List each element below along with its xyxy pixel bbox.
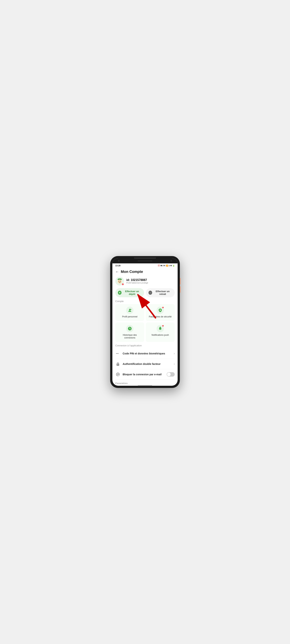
grid-item-securite[interactable]: Paramètres de sécurité — [146, 304, 175, 321]
2fa-label: Authentification double facteur — [123, 362, 172, 366]
withdraw-label: Effectuer un retrait — [153, 290, 172, 296]
lte-icon: LTE — [162, 265, 165, 266]
compte-section-label: Compte — [112, 299, 178, 304]
time: 13:28 — [115, 264, 120, 267]
camera-dot-right — [170, 260, 172, 262]
profile-status: Profil faiblement protégé — [126, 282, 148, 284]
svg-rect-13 — [160, 330, 161, 330]
status-icons: ⏰ ✱ LTE 📶 1:48 🔋 — [158, 265, 175, 267]
securite-label: Paramètres de sécurité — [149, 316, 172, 318]
volume-up-button[interactable] — [180, 278, 181, 284]
svg-point-16 — [117, 353, 118, 354]
pin-label: Code PIN et données biométriques — [123, 352, 172, 355]
email-block-toggle[interactable] — [167, 372, 175, 376]
svg-point-21 — [117, 374, 118, 375]
screen-wrapper: ← Mon Compte — [112, 268, 178, 386]
camera-area — [112, 258, 178, 264]
phone-screen: 13:28 ⏰ ✱ LTE 📶 1:48 🔋 — [112, 258, 178, 386]
parametres-section-label: Paramètres — [112, 380, 178, 386]
svg-point-7 — [120, 281, 121, 282]
2fa-chevron: › — [174, 362, 175, 366]
profil-icon — [126, 306, 133, 314]
svg-point-6 — [119, 281, 119, 282]
account-grid: Profil personnel Paramètres de sécurité — [112, 304, 178, 344]
pin-icon — [115, 351, 120, 356]
withdraw-icon: → — [148, 291, 152, 295]
securite-icon — [157, 306, 164, 314]
email-block-label: Bloquer la connexion par e-mail — [123, 373, 164, 376]
svg-point-17 — [118, 353, 119, 354]
battery-icon: 🔋 — [172, 265, 175, 267]
deposit-icon: + — [118, 291, 122, 295]
notifications-icon — [157, 325, 164, 332]
grid-item-notifications[interactable]: Notifications push — [146, 322, 175, 342]
app-header: ← Mon Compte — [112, 268, 178, 276]
svg-rect-11 — [160, 310, 160, 311]
deposit-button[interactable]: + Effectuer un dépôt — [115, 288, 144, 297]
signal-icon: 📶 — [166, 265, 168, 267]
camera-dot-left — [118, 260, 120, 262]
securite-alert-dot — [162, 306, 164, 308]
notifications-label: Notifications push — [152, 334, 169, 337]
avatar-alert-badge: ! — [122, 283, 124, 286]
back-button[interactable]: ← — [115, 270, 119, 274]
historique-label: Historique des connexions — [117, 334, 142, 340]
svg-point-5 — [118, 280, 122, 284]
historique-icon — [126, 325, 133, 332]
profile-section: ! id: 1021578887 Profil faiblement proté… — [112, 276, 178, 288]
svg-point-14 — [160, 326, 161, 327]
bluetooth-icon: ✱ — [160, 265, 162, 267]
profile-info: id: 1021578887 Profil faiblement protégé — [126, 278, 148, 284]
list-item-email-block[interactable]: Bloquer la connexion par e-mail — [115, 369, 175, 380]
status-bar: 13:28 ⏰ ✱ LTE 📶 1:48 🔋 — [112, 264, 178, 268]
svg-point-8 — [129, 309, 131, 310]
at-icon — [115, 372, 120, 377]
list-item-pin[interactable]: Code PIN et données biométriques › — [115, 348, 175, 359]
lock-icon — [115, 362, 120, 366]
svg-point-19 — [118, 364, 118, 365]
profile-id: id: 1021578887 — [126, 278, 148, 282]
grid-item-profil[interactable]: Profil personnel — [115, 304, 144, 321]
svg-point-15 — [116, 353, 117, 354]
notifications-alert-dot — [162, 325, 164, 327]
page-title: Mon Compte — [121, 270, 143, 274]
profil-label: Profil personnel — [122, 316, 137, 318]
withdraw-button[interactable]: → Effectuer un retrait — [146, 288, 175, 297]
avatar-container: ! — [115, 277, 124, 286]
alarm-icon: ⏰ — [158, 265, 160, 267]
signal2-icon: 1:48 — [169, 265, 172, 266]
speaker-bar — [138, 260, 152, 261]
list-item-2fa[interactable]: Authentification double facteur › — [115, 359, 175, 369]
connexion-section-label: Connexion à l'application — [112, 344, 178, 348]
bottom-speaker — [138, 386, 152, 386]
volume-down-button[interactable] — [180, 286, 181, 293]
phone-device: 13:28 ⏰ ✱ LTE 📶 1:48 🔋 — [110, 256, 180, 388]
pin-chevron: › — [174, 352, 175, 355]
grid-item-historique[interactable]: Historique des connexions — [115, 322, 144, 342]
connexion-list: Code PIN et données biométriques › Authe… — [112, 348, 178, 380]
deposit-label: Effectuer un dépôt — [123, 290, 142, 296]
action-buttons: + Effectuer un dépôt → Effectuer un retr… — [112, 288, 178, 299]
